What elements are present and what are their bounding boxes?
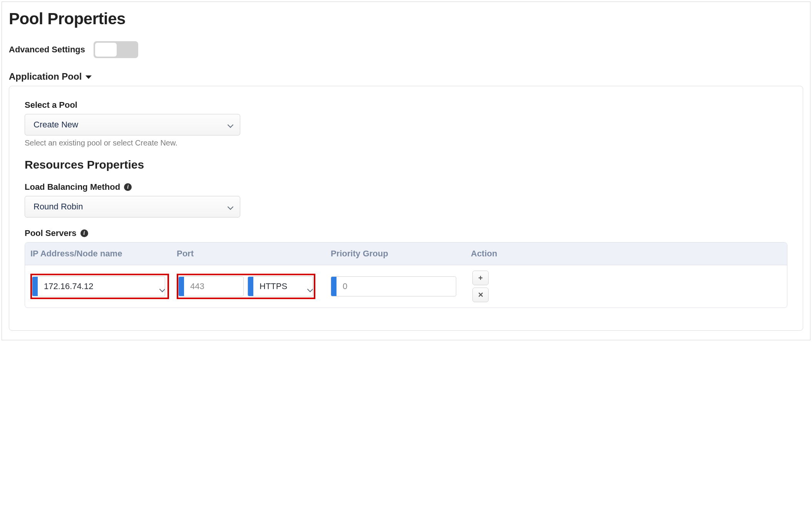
priority-input[interactable]: 0 bbox=[331, 276, 456, 296]
toggle-knob bbox=[95, 43, 117, 57]
protocol-value: HTTPS bbox=[253, 281, 307, 291]
protocol-dropdown[interactable]: HTTPS bbox=[248, 276, 313, 296]
advanced-settings-label: Advanced Settings bbox=[9, 45, 85, 55]
plus-icon: + bbox=[478, 274, 483, 282]
lb-method-label-row: Load Balancing Method i bbox=[25, 182, 787, 192]
cell-port: 443 HTTPS bbox=[177, 274, 331, 299]
resources-properties-title: Resources Properties bbox=[25, 158, 787, 171]
select-pool-group: Select a Pool Create New Select an exist… bbox=[25, 100, 787, 147]
port-value: 443 bbox=[184, 281, 243, 291]
advanced-settings-row: Advanced Settings bbox=[9, 41, 803, 58]
info-icon[interactable]: i bbox=[124, 183, 132, 191]
port-input[interactable]: 443 bbox=[178, 276, 244, 296]
select-pool-help: Select an existing pool or select Create… bbox=[25, 139, 787, 147]
select-pool-dropdown[interactable]: Create New bbox=[25, 114, 240, 136]
caret-down-icon bbox=[85, 75, 92, 79]
cell-ip: 172.16.74.12 bbox=[30, 274, 177, 299]
pool-servers-label: Pool Servers bbox=[25, 228, 77, 238]
cell-action: + ✕ bbox=[471, 271, 782, 302]
lb-method-dropdown[interactable]: Round Robin bbox=[25, 196, 240, 217]
table-header-row: IP Address/Node name Port Priority Group… bbox=[25, 243, 787, 265]
page-title: Pool Properties bbox=[9, 10, 803, 28]
lb-method-value: Round Robin bbox=[33, 202, 83, 212]
application-pool-label: Application Pool bbox=[9, 71, 82, 82]
priority-value: 0 bbox=[337, 281, 456, 291]
th-port: Port bbox=[177, 249, 331, 259]
application-pool-subpanel: Select a Pool Create New Select an exist… bbox=[9, 86, 803, 331]
highlight-ip: 172.16.74.12 bbox=[30, 274, 169, 299]
ip-node-input[interactable]: 172.16.74.12 bbox=[32, 276, 165, 296]
pool-servers-group: Pool Servers i IP Address/Node name Port… bbox=[25, 228, 787, 308]
chevron-down-icon bbox=[228, 122, 233, 127]
th-priority: Priority Group bbox=[331, 249, 471, 259]
accent-bar bbox=[32, 277, 38, 296]
remove-row-button[interactable]: ✕ bbox=[472, 288, 489, 302]
accent-bar bbox=[331, 277, 337, 296]
pool-servers-table: IP Address/Node name Port Priority Group… bbox=[25, 242, 787, 308]
lb-method-group: Load Balancing Method i Round Robin bbox=[25, 182, 787, 217]
close-icon: ✕ bbox=[478, 291, 484, 298]
add-row-button[interactable]: + bbox=[472, 271, 489, 285]
pool-properties-panel: Pool Properties Advanced Settings Applic… bbox=[2, 2, 810, 340]
cell-priority: 0 bbox=[331, 276, 471, 296]
accent-bar bbox=[179, 277, 184, 296]
th-ip: IP Address/Node name bbox=[30, 249, 177, 259]
info-icon[interactable]: i bbox=[80, 229, 88, 237]
th-action: Action bbox=[471, 249, 782, 259]
select-pool-value: Create New bbox=[33, 120, 78, 130]
table-row: 172.16.74.12 443 bbox=[25, 265, 787, 308]
application-pool-section-header[interactable]: Application Pool bbox=[9, 71, 803, 82]
chevron-down-icon bbox=[228, 204, 233, 209]
lb-method-label: Load Balancing Method bbox=[25, 182, 120, 192]
ip-node-value: 172.16.74.12 bbox=[38, 281, 159, 291]
advanced-settings-toggle[interactable] bbox=[94, 41, 138, 58]
accent-bar bbox=[248, 277, 253, 296]
pool-servers-label-row: Pool Servers i bbox=[25, 228, 787, 238]
highlight-port: 443 HTTPS bbox=[177, 274, 315, 299]
select-pool-label: Select a Pool bbox=[25, 100, 787, 110]
